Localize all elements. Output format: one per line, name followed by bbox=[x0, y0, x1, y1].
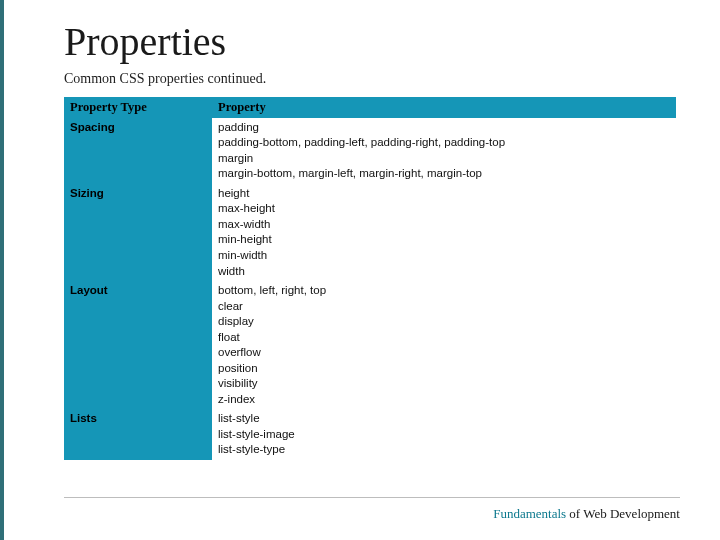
property-line: width bbox=[218, 264, 670, 280]
table-header-row: Property Type Property bbox=[64, 97, 676, 118]
footer-rule bbox=[64, 497, 680, 498]
header-property: Property bbox=[212, 97, 676, 118]
table-row: Listslist-stylelist-style-imagelist-styl… bbox=[64, 409, 676, 460]
property-line: display bbox=[218, 314, 670, 330]
header-property-type: Property Type bbox=[64, 97, 212, 118]
category-cell: Sizing bbox=[64, 184, 212, 281]
property-line: padding bbox=[218, 120, 670, 136]
footer-rest: of Web Development bbox=[566, 506, 680, 521]
properties-cell: paddingpadding-bottom, padding-left, pad… bbox=[212, 118, 676, 184]
property-line: padding-bottom, padding-left, padding-ri… bbox=[218, 135, 670, 151]
table-body: Spacingpaddingpadding-bottom, padding-le… bbox=[64, 118, 676, 460]
footer-text: Fundamentals of Web Development bbox=[493, 506, 680, 522]
property-line: float bbox=[218, 330, 670, 346]
properties-cell: bottom, left, right, topcleardisplayfloa… bbox=[212, 281, 676, 409]
property-line: overflow bbox=[218, 345, 670, 361]
property-line: clear bbox=[218, 299, 670, 315]
footer-brand: Fundamentals bbox=[493, 506, 566, 521]
table-row: Sizingheightmax-heightmax-widthmin-heigh… bbox=[64, 184, 676, 281]
property-line: z-index bbox=[218, 392, 670, 408]
table-row: Spacingpaddingpadding-bottom, padding-le… bbox=[64, 118, 676, 184]
property-line: list-style-type bbox=[218, 442, 670, 458]
property-line: height bbox=[218, 186, 670, 202]
slide-title: Properties bbox=[64, 18, 680, 65]
properties-cell: list-stylelist-style-imagelist-style-typ… bbox=[212, 409, 676, 460]
property-line: list-style bbox=[218, 411, 670, 427]
property-line: max-width bbox=[218, 217, 670, 233]
properties-cell: heightmax-heightmax-widthmin-heightmin-w… bbox=[212, 184, 676, 281]
property-line: min-width bbox=[218, 248, 670, 264]
property-line: visibility bbox=[218, 376, 670, 392]
table-row: Layoutbottom, left, right, topcleardispl… bbox=[64, 281, 676, 409]
slide: Properties Common CSS properties continu… bbox=[0, 0, 720, 540]
property-line: margin bbox=[218, 151, 670, 167]
property-line: bottom, left, right, top bbox=[218, 283, 670, 299]
category-cell: Layout bbox=[64, 281, 212, 409]
category-cell: Lists bbox=[64, 409, 212, 460]
property-line: min-height bbox=[218, 232, 670, 248]
properties-table: Property Type Property Spacingpaddingpad… bbox=[64, 97, 676, 460]
category-cell: Spacing bbox=[64, 118, 212, 184]
slide-subtitle: Common CSS properties continued. bbox=[64, 71, 680, 87]
property-line: list-style-image bbox=[218, 427, 670, 443]
property-line: max-height bbox=[218, 201, 670, 217]
property-line: position bbox=[218, 361, 670, 377]
property-line: margin-bottom, margin-left, margin-right… bbox=[218, 166, 670, 182]
